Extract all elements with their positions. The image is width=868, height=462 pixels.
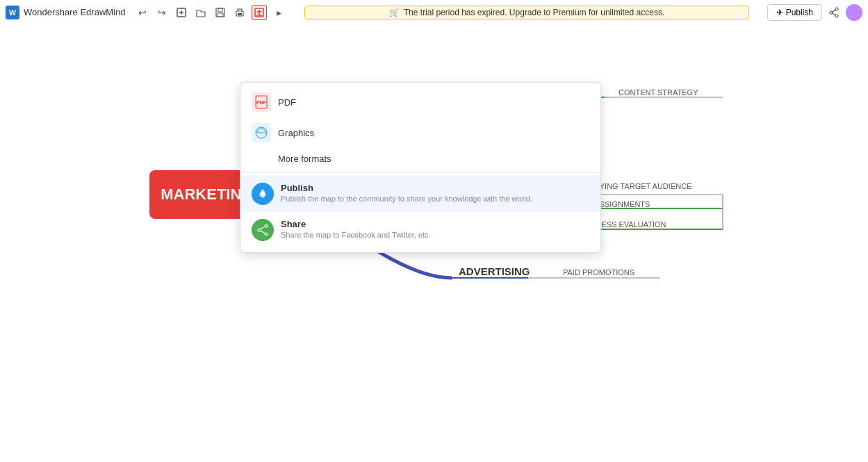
share-button[interactable] <box>826 5 842 20</box>
open-button[interactable] <box>193 5 208 20</box>
svg-point-69 <box>265 224 268 227</box>
publish-section-title: Publish <box>281 183 532 193</box>
svg-text:PDF: PDF <box>256 100 267 105</box>
publish-button[interactable]: ✈ Publish <box>767 4 822 21</box>
svg-rect-7 <box>218 13 223 17</box>
dropdown-divider <box>240 172 600 173</box>
graphics-icon <box>252 123 271 142</box>
svg-point-13 <box>830 11 833 14</box>
app-name: Wondershare EdrawMind <box>24 7 125 17</box>
publish-section-button[interactable]: Publish Publish the map to the community… <box>240 176 600 212</box>
cart-icon: 🛒 <box>389 8 400 17</box>
publish-section-desc: Publish the map to the community to shar… <box>281 195 532 203</box>
publish-label: Publish <box>786 8 813 17</box>
more-arrow-button[interactable]: ▸ <box>271 5 286 20</box>
new-button[interactable] <box>174 5 189 20</box>
share-section-button[interactable]: Share Share the map to Facebook and Twit… <box>240 212 600 248</box>
export-dropdown: PDF PDF Graphics More formats Publish Pu… <box>240 82 601 253</box>
trial-banner[interactable]: 🛒 The trial period has expired. Upgrade … <box>304 6 748 19</box>
export-graphics-button[interactable]: Graphics <box>240 117 600 148</box>
svg-text:ADVERTISING: ADVERTISING <box>459 265 530 277</box>
svg-point-68 <box>261 192 265 196</box>
redo-button[interactable]: ↪ <box>154 5 170 20</box>
user-avatar[interactable] <box>846 4 862 21</box>
share-section-title: Share <box>281 219 431 229</box>
more-formats-label: More formats <box>278 154 331 164</box>
share-section-icon <box>252 219 274 241</box>
svg-point-14 <box>835 15 838 17</box>
trial-text: The trial period has expired. Upgrade to… <box>404 8 665 17</box>
share-section-desc: Share the map to Facebook and Twitter, e… <box>281 231 431 239</box>
print-button[interactable] <box>232 5 247 20</box>
svg-rect-9 <box>238 13 242 15</box>
svg-rect-6 <box>218 8 222 12</box>
export-pdf-button[interactable]: PDF PDF <box>240 87 600 117</box>
pdf-icon: PDF <box>252 92 271 112</box>
publish-arrow-icon: ✈ <box>776 8 783 17</box>
svg-text:W: W <box>9 8 17 17</box>
pdf-label: PDF <box>278 97 296 108</box>
svg-text:CONTENT STRATEGY: CONTENT STRATEGY <box>619 88 698 97</box>
publish-section-icon <box>252 183 274 205</box>
app-logo: W <box>6 6 19 19</box>
undo-button[interactable]: ↩ <box>135 5 150 20</box>
svg-text:PAID PROMOTIONS: PAID PROMOTIONS <box>563 268 634 277</box>
export-button[interactable] <box>252 5 267 20</box>
save-button[interactable] <box>213 5 228 20</box>
svg-point-12 <box>835 8 838 10</box>
svg-line-16 <box>833 13 835 15</box>
svg-point-71 <box>265 233 268 236</box>
more-formats-button[interactable]: More formats <box>240 148 600 170</box>
svg-point-70 <box>258 229 261 231</box>
svg-line-73 <box>261 231 265 233</box>
svg-line-15 <box>833 10 835 12</box>
graphics-label: Graphics <box>278 128 314 138</box>
svg-line-72 <box>261 226 265 229</box>
